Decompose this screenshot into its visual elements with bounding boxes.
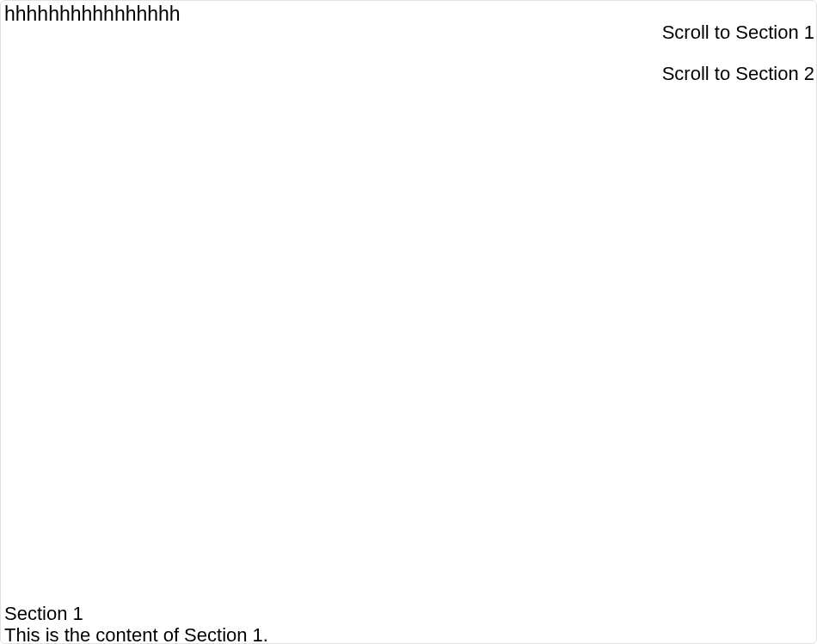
section-1-content: This is the content of Section 1. (4, 624, 268, 643)
nav-links: Scroll to Section 1 Scroll to Section 2 (662, 21, 814, 104)
scroll-to-section-2-link[interactable]: Scroll to Section 2 (662, 63, 814, 85)
content-area: hhhhhhhhhhhhhhhh Scroll to Section 1 Scr… (1, 1, 816, 643)
scroll-container[interactable]: hhhhhhhhhhhhhhhh Scroll to Section 1 Scr… (1, 1, 816, 643)
section-1-title: Section 1 (4, 603, 268, 624)
section-1: Section 1 This is the content of Section… (4, 603, 268, 643)
page-frame: hhhhhhhhhhhhhhhh Scroll to Section 1 Scr… (0, 0, 817, 644)
scroll-to-section-1-link[interactable]: Scroll to Section 1 (662, 21, 814, 44)
